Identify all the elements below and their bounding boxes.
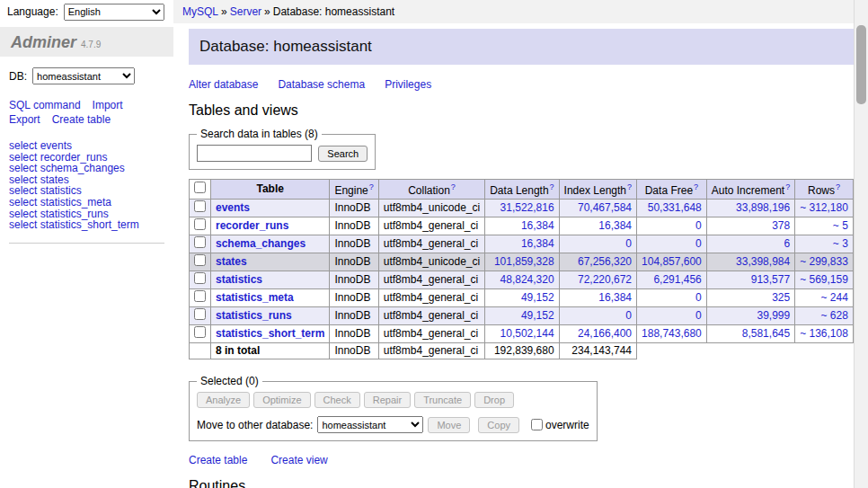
drop-button[interactable]: Drop <box>474 392 514 408</box>
data-free-cell: 50,331,648 <box>637 200 707 217</box>
select-all-checkbox[interactable] <box>194 182 206 193</box>
rows-link[interactable]: ~ 3 <box>833 237 848 250</box>
row-checkbox[interactable] <box>194 254 206 266</box>
rows-cell: ~ 628 <box>795 307 854 325</box>
rows-link[interactable]: ~ 312,180 <box>800 201 848 214</box>
search-legend: Search data in tables (8) <box>197 128 322 140</box>
row-checkbox[interactable] <box>194 308 206 320</box>
data-length-link[interactable]: 31,522,816 <box>500 201 554 214</box>
row-checkbox[interactable] <box>194 272 206 284</box>
auto-increment-link[interactable]: 325 <box>772 291 790 304</box>
data-free-link[interactable]: 0 <box>695 309 702 322</box>
data-length-link[interactable]: 48,824,320 <box>500 273 554 286</box>
data-free-link[interactable]: 188,743,680 <box>642 327 702 340</box>
index-length-link[interactable]: 16,384 <box>598 219 632 232</box>
sidebar-create-table-link[interactable]: Create table <box>52 113 111 126</box>
topbar: MySQL»Server»Database: homeassistant Log… <box>173 0 868 23</box>
table-name-link[interactable]: states <box>216 255 247 268</box>
db-select[interactable]: homeassistant <box>32 67 135 84</box>
table-name-link[interactable]: statistics_meta <box>216 291 294 304</box>
row-checkbox[interactable] <box>194 218 206 230</box>
row-checkbox[interactable] <box>194 236 206 248</box>
index-length-link[interactable]: 72,220,672 <box>578 273 632 286</box>
table-name-link[interactable]: statistics_runs <box>216 309 292 322</box>
language-select[interactable]: English <box>64 4 164 21</box>
data-length-link[interactable]: 16,384 <box>521 219 554 232</box>
row-checkbox[interactable] <box>194 200 206 212</box>
auto-increment-link[interactable]: 8,581,645 <box>742 327 790 340</box>
create-view-link[interactable]: Create view <box>270 454 327 466</box>
analyze-button[interactable]: Analyze <box>197 392 250 408</box>
data-length-link[interactable]: 49,152 <box>521 309 554 322</box>
sidebar-table-link[interactable]: select schema_changes <box>9 163 164 174</box>
help-icon[interactable]: ? <box>369 182 374 191</box>
rows-link[interactable]: ~ 5 <box>833 219 848 232</box>
row-checkbox[interactable] <box>194 326 206 338</box>
data-length-link[interactable]: 49,152 <box>521 291 554 304</box>
overwrite-checkbox[interactable] <box>531 419 543 430</box>
table-name-link[interactable]: statistics_short_term <box>216 327 324 340</box>
table-name-link[interactable]: statistics <box>216 273 262 286</box>
rows-link[interactable]: ~ 136,108 <box>800 327 848 340</box>
data-free-link[interactable]: 6,291,456 <box>653 273 701 286</box>
move-db-select[interactable]: homeassistant <box>317 416 423 433</box>
alter-database-link[interactable]: Alter database <box>189 78 258 91</box>
index-length-link[interactable]: 16,384 <box>598 291 632 304</box>
auto-increment-link[interactable]: 378 <box>772 219 790 232</box>
data-length-link[interactable]: 101,859,328 <box>494 255 554 268</box>
auto-increment-link[interactable]: 913,577 <box>751 273 790 286</box>
data-length-link[interactable]: 16,384 <box>521 237 554 250</box>
index-length-link[interactable]: 70,467,584 <box>578 201 632 214</box>
auto-increment-link[interactable]: 33,398,984 <box>736 255 790 268</box>
index-length-link[interactable]: 0 <box>625 309 632 322</box>
help-icon[interactable]: ? <box>451 182 456 191</box>
database-schema-link[interactable]: Database schema <box>278 78 365 91</box>
table-name-link[interactable]: events <box>216 201 250 214</box>
table-name-link[interactable]: recorder_runs <box>216 219 288 232</box>
auto-increment-link[interactable]: 33,898,196 <box>736 201 790 214</box>
row-checkbox[interactable] <box>194 290 206 302</box>
scrollbar-thumb[interactable] <box>856 25 866 104</box>
help-icon[interactable]: ? <box>627 182 632 191</box>
create-table-link[interactable]: Create table <box>189 454 247 466</box>
optimize-button[interactable]: Optimize <box>253 392 310 408</box>
data-free-link[interactable]: 104,857,600 <box>642 255 702 268</box>
breadcrumb-mysql-link[interactable]: MySQL <box>182 5 218 18</box>
auto-increment-link[interactable]: 39,999 <box>757 309 790 322</box>
privileges-link[interactable]: Privileges <box>385 78 431 91</box>
move-button[interactable]: Move <box>428 417 470 433</box>
repair-button[interactable]: Repair <box>364 392 411 408</box>
table-name-link[interactable]: schema_changes <box>216 237 306 250</box>
rows-link[interactable]: ~ 569,159 <box>800 273 848 286</box>
auto-increment-cell: 913,577 <box>706 271 794 289</box>
help-icon[interactable]: ? <box>836 182 840 191</box>
import-link[interactable]: Import <box>93 99 123 111</box>
sidebar-table-link[interactable]: select events <box>9 140 164 152</box>
data-free-link[interactable]: 0 <box>695 237 702 250</box>
rows-link[interactable]: ~ 244 <box>821 291 848 304</box>
vertical-scrollbar[interactable] <box>854 0 868 488</box>
data-free-link[interactable]: 0 <box>695 291 702 304</box>
export-link[interactable]: Export <box>9 113 40 126</box>
data-length-link[interactable]: 10,502,144 <box>500 327 554 340</box>
sidebar-table-link[interactable]: select statistics_short_term <box>9 219 164 231</box>
help-icon[interactable]: ? <box>694 182 698 191</box>
sql-command-link[interactable]: SQL command <box>9 99 81 111</box>
search-button[interactable]: Search <box>318 146 368 162</box>
data-free-link[interactable]: 0 <box>695 219 702 232</box>
help-icon[interactable]: ? <box>550 182 554 191</box>
auto-increment-link[interactable]: 6 <box>784 237 790 250</box>
check-button[interactable]: Check <box>314 392 360 408</box>
sidebar-table-link[interactable]: select statistics_meta <box>9 197 164 209</box>
index-length-link[interactable]: 67,256,320 <box>578 255 632 268</box>
rows-link[interactable]: ~ 299,833 <box>800 255 848 268</box>
help-icon[interactable]: ? <box>785 182 790 191</box>
index-length-link[interactable]: 24,166,400 <box>578 327 632 340</box>
data-free-link[interactable]: 50,331,648 <box>648 201 702 214</box>
rows-link[interactable]: ~ 628 <box>821 309 848 322</box>
index-length-link[interactable]: 0 <box>625 237 632 250</box>
copy-button[interactable]: Copy <box>478 417 519 433</box>
truncate-button[interactable]: Truncate <box>414 392 471 408</box>
breadcrumb-server-link[interactable]: Server <box>230 5 261 18</box>
search-input[interactable] <box>197 145 312 162</box>
